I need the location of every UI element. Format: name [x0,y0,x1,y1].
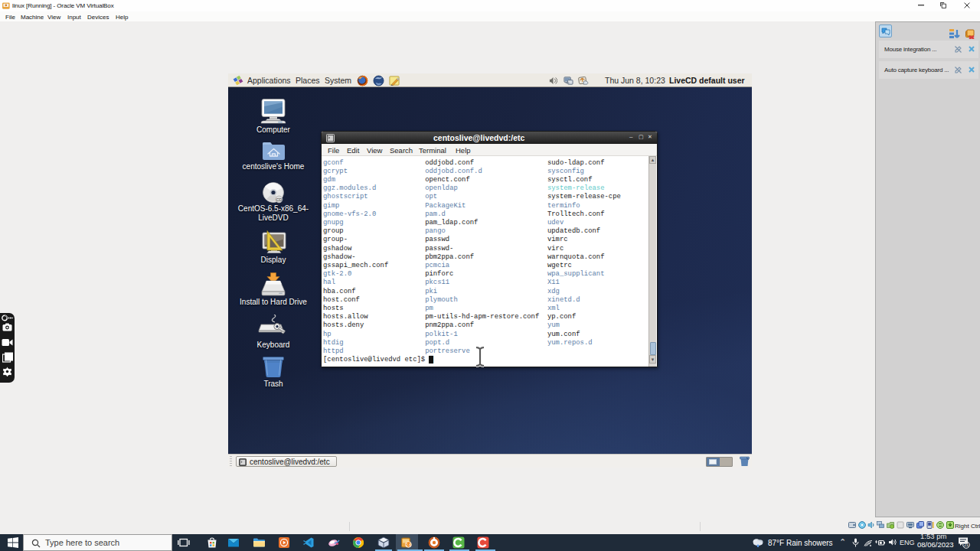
svg-text:CD: CD [276,197,282,202]
svg-text:2.6: 2.6 [406,543,412,547]
svg-text:21: 21 [964,543,969,547]
